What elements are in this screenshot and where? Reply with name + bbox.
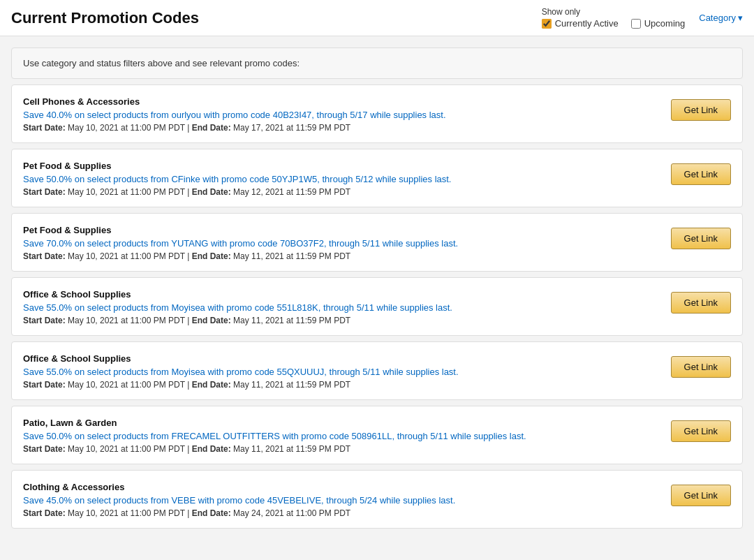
promo-category: Clothing & Accessories bbox=[23, 482, 657, 492]
promo-content: Cell Phones & AccessoriesSave 40.0% on s… bbox=[23, 96, 657, 133]
promo-category: Office & School Supplies bbox=[23, 289, 657, 300]
promo-item: Office & School SuppliesSave 55.0% on se… bbox=[11, 341, 743, 400]
promo-category: Office & School Supplies bbox=[23, 353, 657, 364]
promo-item: Patio, Lawn & GardenSave 50.0% on select… bbox=[11, 406, 743, 464]
category-label: Category bbox=[699, 13, 736, 23]
upcoming-checkbox[interactable] bbox=[631, 19, 641, 29]
get-link-button[interactable]: Get Link bbox=[671, 228, 731, 249]
promo-description[interactable]: Save 50.0% on select products from CFink… bbox=[23, 174, 657, 184]
promo-category: Pet Food & Supplies bbox=[23, 161, 657, 171]
upcoming-filter[interactable]: Upcoming bbox=[631, 18, 686, 29]
currently-active-label: Currently Active bbox=[555, 18, 619, 29]
promo-content: Office & School SuppliesSave 55.0% on se… bbox=[23, 289, 657, 325]
get-link-button[interactable]: Get Link bbox=[671, 163, 731, 185]
info-bar: Use category and status filters above an… bbox=[11, 47, 743, 79]
show-only-label: Show only bbox=[542, 7, 580, 17]
show-only-group: Show only Currently Active Upcoming bbox=[542, 7, 686, 29]
get-link-button[interactable]: Get Link bbox=[671, 292, 731, 314]
promo-category: Pet Food & Supplies bbox=[23, 225, 657, 235]
currently-active-checkbox[interactable] bbox=[542, 19, 552, 29]
promo-dates: Start Date: May 10, 2021 at 11:00 PM PDT… bbox=[23, 123, 657, 133]
promo-dates: Start Date: May 10, 2021 at 11:00 PM PDT… bbox=[23, 380, 657, 390]
promo-list: Cell Phones & AccessoriesSave 40.0% on s… bbox=[11, 84, 743, 534]
promo-content: Patio, Lawn & GardenSave 50.0% on select… bbox=[23, 418, 657, 454]
get-link-button[interactable]: Get Link bbox=[671, 99, 731, 121]
promo-item: Cell Phones & AccessoriesSave 40.0% on s… bbox=[11, 84, 743, 143]
promo-item: Office & School SuppliesSave 55.0% on se… bbox=[11, 277, 743, 336]
get-link-button[interactable]: Get Link bbox=[671, 356, 731, 378]
promo-description[interactable]: Save 70.0% on select products from YUTAN… bbox=[23, 238, 657, 249]
upcoming-label: Upcoming bbox=[644, 18, 686, 29]
promo-content: Office & School SuppliesSave 55.0% on se… bbox=[23, 353, 657, 390]
promo-description[interactable]: Save 55.0% on select products from Moyis… bbox=[23, 302, 657, 313]
promo-category: Cell Phones & Accessories bbox=[23, 96, 657, 107]
filter-controls: Show only Currently Active Upcoming Cate… bbox=[542, 7, 743, 29]
promo-description[interactable]: Save 45.0% on select products from VEBE … bbox=[23, 495, 657, 506]
currently-active-filter[interactable]: Currently Active bbox=[542, 18, 619, 29]
category-button[interactable]: Category ▾ bbox=[699, 13, 743, 23]
promo-content: Pet Food & SuppliesSave 50.0% on select … bbox=[23, 161, 657, 197]
promo-dates: Start Date: May 10, 2021 at 11:00 PM PDT… bbox=[23, 187, 657, 197]
promo-dates: Start Date: May 10, 2021 at 11:00 PM PDT… bbox=[23, 444, 657, 454]
main-content: Use category and status filters above an… bbox=[0, 36, 754, 545]
chevron-down-icon: ▾ bbox=[738, 13, 743, 23]
promo-dates: Start Date: May 10, 2021 at 11:00 PM PDT… bbox=[23, 508, 657, 518]
info-bar-text: Use category and status filters above an… bbox=[23, 58, 300, 68]
promo-dates: Start Date: May 10, 2021 at 11:00 PM PDT… bbox=[23, 316, 657, 325]
promo-item: Pet Food & SuppliesSave 70.0% on select … bbox=[11, 213, 743, 272]
promo-description[interactable]: Save 40.0% on select products from ourly… bbox=[23, 110, 657, 120]
promo-category: Patio, Lawn & Garden bbox=[23, 418, 657, 428]
promo-item: Clothing & AccessoriesSave 45.0% on sele… bbox=[11, 470, 743, 529]
promo-content: Pet Food & SuppliesSave 70.0% on select … bbox=[23, 225, 657, 261]
filter-row: Currently Active Upcoming bbox=[542, 18, 686, 29]
get-link-button[interactable]: Get Link bbox=[671, 420, 731, 442]
page-header: Current Promotion Codes Show only Curren… bbox=[0, 0, 754, 36]
promo-description[interactable]: Save 55.0% on select products from Moyis… bbox=[23, 367, 657, 377]
get-link-button[interactable]: Get Link bbox=[671, 485, 731, 506]
promo-description[interactable]: Save 50.0% on select products from FRECA… bbox=[23, 431, 657, 441]
page-title: Current Promotion Codes bbox=[11, 9, 199, 27]
promo-item: Pet Food & SuppliesSave 50.0% on select … bbox=[11, 149, 743, 207]
promo-content: Clothing & AccessoriesSave 45.0% on sele… bbox=[23, 482, 657, 518]
promo-dates: Start Date: May 10, 2021 at 11:00 PM PDT… bbox=[23, 251, 657, 261]
